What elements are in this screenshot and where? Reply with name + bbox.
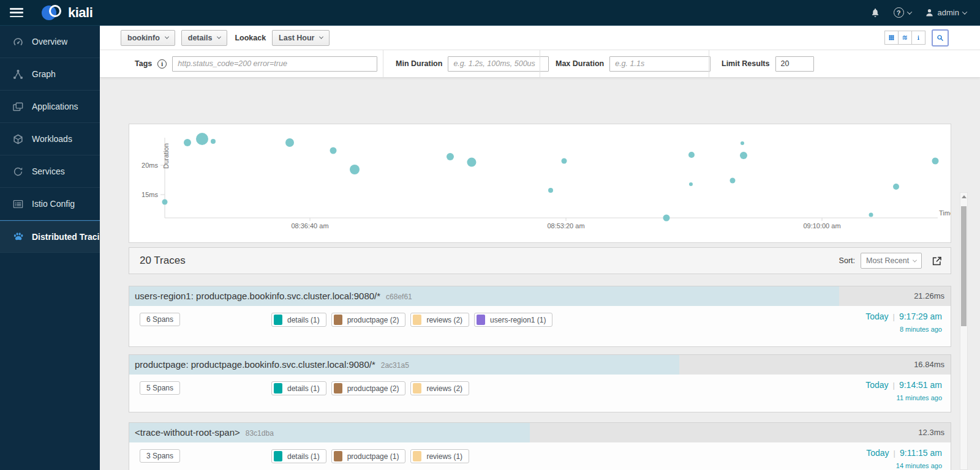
trace-scatter-point[interactable]: [688, 152, 695, 158]
time-separator: |: [893, 381, 895, 390]
map-view-icon[interactable]: [898, 31, 912, 45]
service-chip: details (1): [271, 449, 326, 463]
sort-select[interactable]: Most Recent: [861, 253, 922, 269]
chip-color-block: [334, 315, 342, 325]
trace-duration: 16.84ms: [914, 355, 944, 375]
trace-scatter-point[interactable]: [350, 165, 360, 174]
service-chip-label: reviews (2): [426, 384, 462, 393]
min-duration-input[interactable]: [448, 56, 549, 72]
chip-color-block: [477, 315, 485, 325]
trace-card-body: 3 Spansdetails (1)productpage (1)reviews…: [129, 442, 951, 463]
service-chip-label: productpage (2): [347, 384, 399, 393]
service-chip-label: reviews (1): [426, 452, 462, 461]
trace-scatter-point[interactable]: [162, 200, 168, 205]
trace-title-bar[interactable]: <trace-without-root-span>83c1dba12.3ms: [129, 423, 951, 442]
trace-day: Today: [866, 448, 889, 458]
trace-scatter-point[interactable]: [196, 133, 208, 145]
sidebar-item-label: Overview: [32, 37, 67, 47]
chip-color-block: [274, 383, 282, 394]
limit-results-input[interactable]: [775, 56, 814, 72]
service-dropdown[interactable]: details: [181, 30, 228, 46]
trace-scatter-point[interactable]: [562, 159, 567, 164]
max-duration-input[interactable]: [609, 56, 710, 72]
help-menu[interactable]: ?: [894, 7, 911, 18]
traces-count-title: 20 Traces: [140, 255, 186, 267]
namespace-dropdown[interactable]: bookinfo: [121, 30, 175, 46]
trace-scatter-point[interactable]: [663, 215, 670, 222]
sidebar-item-label: Applications: [32, 102, 78, 111]
trace-time-line: Today|9:11:15 am: [866, 448, 942, 458]
service-chips-row: details (1)productpage (2)reviews (2)use…: [271, 313, 552, 327]
x-tick-label: 09:10:00 am: [803, 222, 840, 229]
trace-scatter-point[interactable]: [184, 139, 191, 146]
trace-title-bar[interactable]: productpage: productpage.bookinfo.svc.cl…: [129, 355, 951, 375]
sidebar-item-label: Distributed Traci...: [32, 232, 100, 242]
trace-scatter-point[interactable]: [893, 184, 899, 190]
service-chip: productpage (1): [331, 449, 406, 463]
trace-scatter-point[interactable]: [689, 182, 693, 186]
chip-color-block: [413, 383, 421, 394]
menu-toggle-icon[interactable]: [10, 8, 23, 17]
scrollbar-thumb[interactable]: [961, 206, 967, 326]
notifications-bell-icon[interactable]: [870, 7, 880, 18]
sidebar-item-services[interactable]: Services: [0, 155, 100, 188]
user-menu[interactable]: admin: [925, 8, 967, 17]
service-chip-label: reviews (2): [426, 316, 462, 324]
trace-card-body: 5 Spansdetails (1)productpage (2)reviews…: [129, 375, 951, 395]
tags-input[interactable]: [172, 56, 377, 72]
search-icon[interactable]: [932, 29, 949, 47]
service-chip: details (1): [271, 381, 326, 395]
trace-time-line: Today|9:17:29 am: [865, 311, 942, 321]
lookback-label: Lookack: [235, 34, 266, 42]
trace-relative-time: 11 minutes ago: [865, 394, 942, 401]
chevron-down-icon: [962, 9, 967, 14]
trace-scatter-point[interactable]: [211, 139, 216, 144]
sidebar-item-distributed-tracing[interactable]: Distributed Traci...: [0, 220, 100, 253]
sidebar-item-label: Services: [32, 166, 65, 176]
service-chip: users-region1 (1): [474, 313, 552, 327]
info-icon[interactable]: [911, 31, 925, 45]
sidebar-item-workloads[interactable]: Workloads: [0, 123, 100, 155]
trace-day: Today: [865, 311, 888, 321]
trace-time: Today|9:17:29 am8 minutes ago: [865, 311, 942, 333]
service-chips-row: details (1)productpage (1)reviews (1): [271, 449, 469, 463]
applications-icon: [12, 101, 24, 113]
y-tick-label: 15ms: [141, 191, 158, 198]
trace-scatter-point[interactable]: [932, 158, 939, 165]
x-tick-label: 08:53:20 am: [547, 222, 584, 229]
trace-scatter-point[interactable]: [730, 178, 736, 184]
trace-scatter-point[interactable]: [740, 152, 747, 159]
trace-scatter-point[interactable]: [467, 158, 477, 167]
external-link-icon[interactable]: [932, 255, 943, 266]
chip-color-block: [334, 383, 342, 394]
user-name: admin: [938, 8, 959, 17]
trace-clock-time: 9:17:29 am: [899, 311, 942, 321]
chip-color-block: [413, 315, 421, 325]
trace-scatter-point[interactable]: [330, 147, 337, 154]
vertical-scrollbar: [960, 192, 968, 470]
service-chip-label: details (1): [287, 452, 320, 461]
trace-scatter-point[interactable]: [447, 153, 454, 160]
help-icon: ?: [894, 7, 904, 18]
trace-scatter-point[interactable]: [869, 213, 873, 217]
spans-count-chip: 3 Spans: [140, 449, 180, 463]
lookback-dropdown[interactable]: Last Hour: [272, 30, 330, 46]
sidebar-item-applications[interactable]: Applications: [0, 91, 100, 123]
service-chip: reviews (2): [410, 381, 469, 395]
sidebar-item-overview[interactable]: Overview: [0, 26, 100, 58]
trace-toolbar: bookinfo details Lookack Last Hour: [100, 26, 980, 50]
grid-view-icon[interactable]: [884, 31, 899, 45]
chevron-down-icon: [907, 9, 911, 14]
overview-icon: [12, 36, 24, 48]
trace-scatter-point[interactable]: [285, 138, 294, 147]
sidebar-item-istio-config[interactable]: Istio Config: [0, 188, 100, 220]
trace-id: 83c1dba: [246, 429, 274, 438]
graph-icon: [12, 69, 24, 80]
trace-title-bar[interactable]: users-region1: productpage.bookinfo.svc.…: [129, 286, 951, 306]
trace-scatter-point[interactable]: [548, 188, 553, 193]
sidebar-item-graph[interactable]: Graph: [0, 58, 100, 91]
trace-card: users-region1: productpage.bookinfo.svc.…: [129, 286, 951, 347]
scroll-up-arrow-icon[interactable]: [960, 193, 967, 201]
trace-scatter-point[interactable]: [741, 141, 744, 145]
tags-info-icon[interactable]: i: [157, 59, 167, 69]
